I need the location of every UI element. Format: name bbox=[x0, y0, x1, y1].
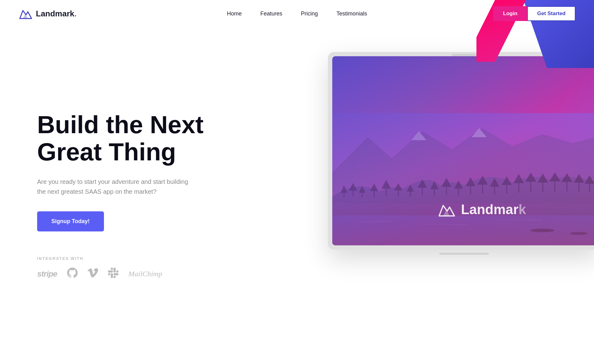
hero-device: Landmark bbox=[328, 52, 594, 361]
integrations-label: INTEGRATES WITH bbox=[37, 256, 217, 261]
nav-item-pricing[interactable]: Pricing bbox=[301, 11, 318, 17]
device-frame: Landmark bbox=[328, 52, 594, 250]
nav-link-pricing[interactable]: Pricing bbox=[301, 11, 318, 17]
device-notch bbox=[452, 54, 476, 56]
screen-brand-text: Landmark bbox=[461, 202, 526, 217]
nav-item-testimonials[interactable]: Testimonials bbox=[337, 11, 367, 17]
hero-content: Build the Next Great Thing Are you ready… bbox=[37, 111, 217, 280]
stripe-icon: stripe bbox=[37, 269, 57, 279]
hero-section: Build the Next Great Thing Are you ready… bbox=[0, 27, 594, 364]
nav-item-features[interactable]: Features bbox=[260, 11, 282, 17]
integrations-section: INTEGRATES WITH stripe bbox=[37, 256, 217, 280]
vimeo-integration bbox=[88, 268, 98, 280]
nav-item-home[interactable]: Home bbox=[227, 11, 242, 17]
nav-links: Home Features Pricing Testimonials bbox=[227, 11, 367, 17]
navbar: Landmark. Home Features Pricing Testimon… bbox=[0, 0, 594, 27]
device-bottom-bar bbox=[439, 253, 489, 255]
hero-subtitle: Are you ready to start your adventure an… bbox=[37, 177, 192, 197]
screen-brand: Landmark bbox=[437, 201, 526, 218]
github-icon bbox=[67, 268, 78, 280]
integrations-logos: stripe bbox=[37, 268, 217, 280]
logo-area: Landmark. bbox=[19, 7, 77, 20]
get-started-button[interactable]: Get Started bbox=[527, 6, 575, 21]
nav-actions: Login Get Started bbox=[493, 6, 575, 21]
nav-link-testimonials[interactable]: Testimonials bbox=[337, 11, 367, 17]
slack-icon bbox=[108, 268, 118, 280]
nav-link-features[interactable]: Features bbox=[260, 11, 282, 17]
login-button[interactable]: Login bbox=[493, 6, 527, 21]
hero-title: Build the Next Great Thing bbox=[37, 111, 217, 166]
github-integration bbox=[67, 268, 78, 280]
mailchimp-icon: MailChimp bbox=[128, 270, 162, 278]
slack-integration bbox=[108, 268, 118, 280]
mailchimp-integration: MailChimp bbox=[128, 270, 162, 278]
screen-logo-icon bbox=[437, 201, 456, 218]
logo-icon bbox=[19, 7, 33, 20]
stripe-integration: stripe bbox=[37, 269, 57, 279]
nav-link-home[interactable]: Home bbox=[227, 11, 242, 17]
signup-button[interactable]: Signup Today! bbox=[37, 211, 104, 231]
vimeo-icon bbox=[88, 268, 98, 280]
brand-name: Landmark. bbox=[36, 9, 77, 19]
device-screen: Landmark bbox=[332, 56, 594, 245]
